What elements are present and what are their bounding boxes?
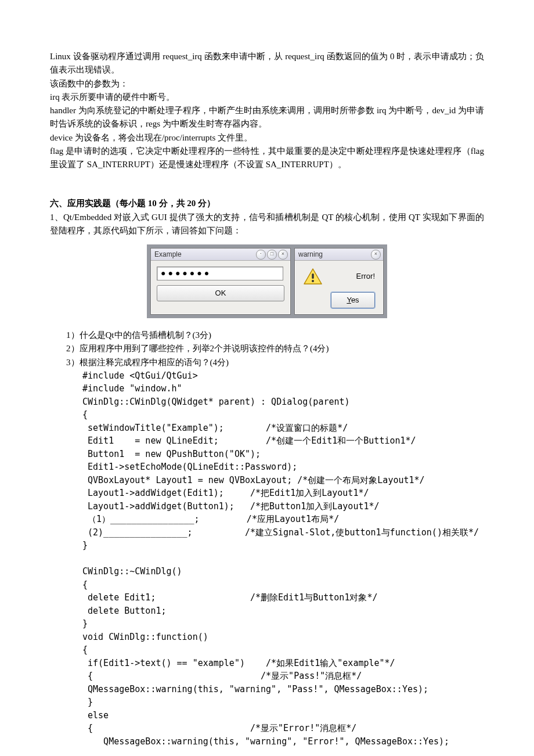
minimize-icon[interactable]: ･ xyxy=(256,250,266,260)
warning-title: warning xyxy=(297,249,370,260)
warning-window: warning × Error! Yes xyxy=(294,248,384,315)
q1-intro: 1、Qt/Embedded 对嵌入式 GUI 提供了强大的支持，信号和插槽机制是… xyxy=(50,211,484,238)
subq-1: 1）什么是Qt中的信号插槽机制？(3分) xyxy=(50,329,484,342)
intro-p1: Linux 设备驱动程序通过调用 request_irq 函数来申请中断，从 r… xyxy=(50,50,484,77)
example-window: Example ･ □ × ●●●●●●● OK xyxy=(150,248,291,315)
password-input[interactable]: ●●●●●●● xyxy=(157,267,283,280)
svg-point-2 xyxy=(312,280,314,282)
warning-triangle-icon xyxy=(303,268,323,285)
ok-button[interactable]: OK xyxy=(157,285,284,301)
warning-close-icon[interactable]: × xyxy=(371,250,381,260)
qt-screenshot: Example ･ □ × ●●●●●●● OK warning × xyxy=(50,244,484,318)
intro-p5: device 为设备名，将会出现在/proc/interrupts 文件里。 xyxy=(50,131,484,145)
intro-p2: 该函数中的参数为： xyxy=(50,77,484,91)
svg-rect-1 xyxy=(312,273,313,279)
section-6-title: 六、应用实践题（每小题 10 分，共 20 分） xyxy=(50,197,484,210)
maximize-icon[interactable]: □ xyxy=(267,250,277,260)
close-icon[interactable]: × xyxy=(278,250,288,260)
intro-p6: flag 是申请时的选项，它决定中断处理程序的一些特性，其中最重要的是决定中断处… xyxy=(50,145,484,172)
warning-message: Error! xyxy=(331,271,375,282)
intro-p4: handler 为向系统登记的中断处理子程序，中断产生时由系统来调用，调用时所带… xyxy=(50,104,484,131)
example-title: Example xyxy=(153,249,255,260)
code-listing: #include <QtGui/QtGui> #include "window.… xyxy=(50,369,484,748)
intro-p3: irq 表示所要申请的硬件中断号。 xyxy=(50,91,484,104)
yes-button[interactable]: Yes xyxy=(331,292,375,308)
subq-3: 3）根据注释完成程序中相应的语句？(4分) xyxy=(50,356,484,369)
warning-titlebar: warning × xyxy=(295,249,383,261)
subq-2: 2）应用程序中用到了哪些控件，列举2个并说明该控件的特点？(4分) xyxy=(50,342,484,355)
example-titlebar: Example ･ □ × xyxy=(151,249,290,261)
